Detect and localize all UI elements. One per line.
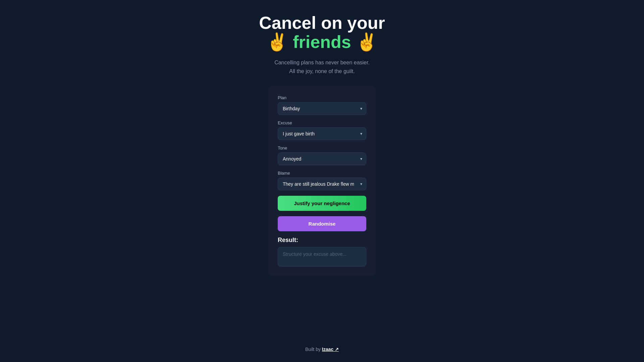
- excuse-select[interactable]: I just gave birth My dog ate my plans I'…: [278, 127, 366, 140]
- footer: Built by Izaac ↗: [305, 347, 339, 352]
- justify-button[interactable]: Justify your negligence: [278, 196, 366, 211]
- title-section: Cancel on your ✌️ friends ✌️: [259, 13, 385, 52]
- blame-field-group: Blame They are still jealous Drake flew …: [278, 171, 366, 190]
- plan-select-wrapper: Birthday Dinner Party Meeting Date Weddi…: [278, 102, 366, 115]
- tone-label: Tone: [278, 145, 366, 150]
- title-line2: ✌️ friends ✌️: [259, 33, 385, 52]
- result-label: Result:: [278, 237, 366, 244]
- excuse-label: Excuse: [278, 120, 366, 125]
- result-textarea[interactable]: [278, 247, 366, 266]
- subtitle-line1: Cancelling plans has never been easier.: [274, 60, 370, 65]
- result-section: Result:: [278, 237, 366, 266]
- tone-field-group: Tone Annoyed Apologetic Casual Formal Dr…: [278, 145, 366, 165]
- subtitle: Cancelling plans has never been easier. …: [274, 58, 370, 75]
- title-line1: Cancel on your: [259, 13, 385, 33]
- excuse-select-wrapper: I just gave birth My dog ate my plans I'…: [278, 127, 366, 140]
- blame-label: Blame: [278, 171, 366, 176]
- plan-label: Plan: [278, 95, 366, 100]
- blame-select[interactable]: They are still jealous Drake flew me out…: [278, 178, 366, 190]
- form-card: Plan Birthday Dinner Party Meeting Date …: [268, 86, 376, 276]
- page-wrapper: Cancel on your ✌️ friends ✌️ Cancelling …: [0, 0, 644, 276]
- plan-select[interactable]: Birthday Dinner Party Meeting Date Weddi…: [278, 102, 366, 115]
- footer-text: Built by: [305, 347, 322, 352]
- tone-select[interactable]: Annoyed Apologetic Casual Formal Dramati…: [278, 153, 366, 165]
- subtitle-line2: All the joy, none of the guilt.: [289, 68, 355, 74]
- tone-select-wrapper: Annoyed Apologetic Casual Formal Dramati…: [278, 153, 366, 165]
- plan-field-group: Plan Birthday Dinner Party Meeting Date …: [278, 95, 366, 115]
- footer-link[interactable]: Izaac ↗: [322, 347, 339, 352]
- blame-select-wrapper: They are still jealous Drake flew me out…: [278, 178, 366, 190]
- excuse-field-group: Excuse I just gave birth My dog ate my p…: [278, 120, 366, 140]
- randomise-button[interactable]: Randomise: [278, 216, 366, 231]
